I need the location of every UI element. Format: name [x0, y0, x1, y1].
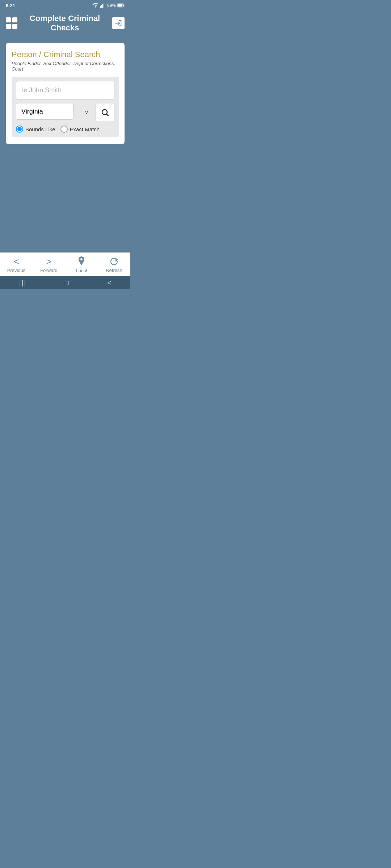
refresh-label: Refresh	[106, 268, 122, 273]
exact-match-radio[interactable]	[60, 125, 68, 133]
logout-button[interactable]	[112, 17, 125, 29]
wifi-icon	[92, 3, 98, 8]
grid-icon[interactable]	[6, 17, 17, 29]
sounds-like-radio[interactable]	[16, 125, 23, 133]
app-header: Complete Criminal Checks	[0, 10, 130, 37]
android-home-button[interactable]: □	[65, 279, 69, 287]
battery-percentage: 89%	[107, 3, 116, 8]
android-back-button[interactable]: <	[107, 279, 111, 287]
status-bar: 6:21 89%	[0, 0, 130, 10]
location-pin-icon	[77, 256, 86, 267]
state-select-wrapper: Virginia Alabama Alaska Arizona Arkansas…	[16, 103, 93, 122]
nav-refresh[interactable]: Refresh	[101, 257, 127, 273]
android-nav-bar: ||| □ <	[0, 276, 130, 289]
card-subtitle: People Finder, Sex Offender, Dept of Cor…	[12, 61, 119, 72]
search-icon	[101, 108, 109, 117]
svg-rect-0	[100, 6, 101, 8]
svg-rect-2	[102, 4, 103, 8]
name-search-input[interactable]	[16, 81, 114, 99]
state-select[interactable]: Virginia Alabama Alaska Arizona Arkansas…	[16, 103, 73, 120]
match-options: Sounds Like Exact Match	[16, 125, 114, 133]
bottom-navigation: < Previous > Forward Local Refresh	[0, 252, 130, 276]
status-icons: 89%	[92, 3, 125, 8]
previous-icon: <	[13, 257, 19, 266]
search-form: Virginia Alabama Alaska Arizona Arkansas…	[12, 77, 119, 137]
svg-rect-5	[123, 5, 124, 7]
search-button[interactable]	[96, 103, 114, 122]
nav-forward[interactable]: > Forward	[36, 257, 62, 273]
svg-line-8	[107, 114, 109, 116]
android-recents-button[interactable]: |||	[19, 279, 26, 287]
signal-icon	[100, 3, 106, 8]
svg-rect-1	[101, 5, 102, 8]
previous-label: Previous	[7, 268, 26, 273]
card-title: Person / Criminal Search	[12, 50, 119, 59]
svg-rect-3	[104, 3, 104, 8]
sounds-like-label: Sounds Like	[25, 126, 55, 132]
status-time: 6:21	[6, 3, 15, 8]
battery-icon	[117, 3, 125, 8]
state-search-row: Virginia Alabama Alaska Arizona Arkansas…	[16, 103, 114, 122]
svg-rect-6	[118, 4, 122, 7]
app-title: Complete Criminal Checks	[17, 14, 112, 33]
local-label: Local	[76, 268, 87, 273]
exact-match-label: Exact Match	[70, 126, 100, 132]
nav-previous[interactable]: < Previous	[4, 257, 29, 273]
forward-label: Forward	[40, 268, 58, 273]
main-content: Person / Criminal Search People Finder, …	[0, 37, 130, 252]
refresh-icon	[109, 257, 119, 266]
forward-icon: >	[46, 257, 51, 266]
search-card: Person / Criminal Search People Finder, …	[6, 43, 125, 144]
nav-local[interactable]: Local	[69, 256, 94, 273]
